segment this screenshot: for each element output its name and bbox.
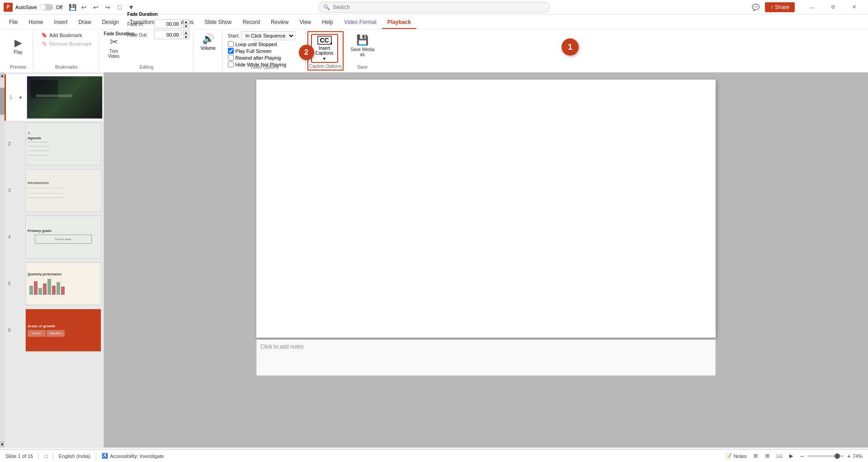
slide-item-2[interactable]: 2 A Agenda ———————— ———————— ———————— ——… <box>5 121 104 167</box>
accessibility-button[interactable]: ♿ Accessibility: Investigate <box>102 453 164 459</box>
zoom-in-button[interactable]: + <box>847 453 851 460</box>
insert-captions-label: InsertCaptions <box>316 46 333 56</box>
slide-show-button[interactable]: □ <box>44 453 47 459</box>
undo-button[interactable]: ↩ <box>79 2 90 13</box>
fade-out-spinner[interactable]: ▲ ▼ <box>183 30 189 39</box>
slide-thumb-4: Primary goals Primary goals <box>25 216 101 259</box>
fade-in-spinner[interactable]: ▲ ▼ <box>183 19 189 28</box>
fade-in-up[interactable]: ▲ <box>183 19 189 24</box>
tab-draw[interactable]: Draw <box>73 16 96 29</box>
zoom-out-button[interactable]: − <box>800 453 804 460</box>
tab-help[interactable]: Help <box>316 16 339 29</box>
search-input[interactable] <box>333 4 545 10</box>
cc-icon: CC + <box>317 36 332 45</box>
slide-sorter-button[interactable]: ⊞ <box>762 451 773 461</box>
undo-arrow-button[interactable]: ↩ <box>90 2 101 13</box>
fade-out-label: Fade Out: <box>127 33 152 38</box>
slideshow-icon: □ <box>44 453 47 459</box>
slide-item-3[interactable]: 3 Introduction ————————————— ———————————… <box>5 167 104 214</box>
slide-number-5: 5 <box>8 281 14 286</box>
fade-in-down[interactable]: ▼ <box>183 24 189 28</box>
notes-label: Notes <box>734 453 747 459</box>
trim-icon: ✂ <box>110 36 118 48</box>
fade-out-down[interactable]: ▼ <box>183 35 189 39</box>
play-fullscreen-checkbox[interactable] <box>228 48 234 54</box>
status-bar: Slide 1 of 15 □ English (India) ♿ Access… <box>0 449 868 462</box>
redo-button[interactable]: ↪ <box>102 2 113 13</box>
volume-button[interactable]: 🔊 Volume <box>199 31 217 52</box>
add-bookmark-button[interactable]: 🔖 Add Bookmark <box>38 31 85 39</box>
slide-canvas[interactable] <box>256 80 716 338</box>
caption-options-group-label: Caption Options <box>308 64 343 69</box>
tab-view[interactable]: View <box>294 16 316 29</box>
notes-button[interactable]: 📝 Notes <box>726 453 747 459</box>
captions-dropdown-arrow: ▼ <box>322 57 326 61</box>
tab-slideshow[interactable]: Slide Show <box>199 16 237 29</box>
slide-panel-scroll-up[interactable]: ▲ <box>0 72 5 79</box>
customize-qat-button[interactable]: ▼ <box>126 2 137 13</box>
reading-view-button[interactable]: 📖 <box>774 451 785 461</box>
restore-button[interactable]: ⧉ <box>823 0 844 14</box>
tab-design[interactable]: Design <box>96 16 124 29</box>
play-icon: ▶ <box>14 37 22 49</box>
start-label: Start: <box>228 33 240 38</box>
fade-out-input[interactable] <box>154 30 181 39</box>
remove-bookmark-button[interactable]: 🔖 Remove Bookmark <box>38 40 94 47</box>
tab-home[interactable]: Home <box>23 16 48 29</box>
slide-panel-scroll-down[interactable]: ▼ <box>0 441 5 448</box>
slide-thumb-6: Areas of growth Savings Acquisitions <box>25 309 101 352</box>
annotation-2: 2 <box>299 45 314 60</box>
play-button[interactable]: ▶ Play <box>7 31 29 60</box>
comments-button[interactable]: 💬 <box>750 2 761 13</box>
video-options-content: Start: In Click Sequence Automatically W… <box>228 31 295 67</box>
normal-view-button[interactable]: ⊞ <box>750 451 761 461</box>
language-indicator: English (India) <box>59 453 90 459</box>
notes-area[interactable]: Click to add notes <box>256 339 716 376</box>
rewind-checkbox[interactable] <box>228 55 234 61</box>
autosave-toggle[interactable] <box>40 4 53 10</box>
trim-video-button[interactable]: ✂ TrimVideo <box>104 33 124 62</box>
slide-thumb-3: Introduction ————————————— —————————————… <box>25 169 101 212</box>
save-group-label: Save <box>345 65 380 70</box>
zoom-handle <box>835 453 840 459</box>
app-logo: P <box>4 3 13 12</box>
slideshow-view-button[interactable]: ▶ <box>786 451 797 461</box>
close-button[interactable]: ✕ <box>844 0 864 14</box>
tab-insert[interactable]: Insert <box>48 16 73 29</box>
slide-thumb-1 <box>27 76 103 119</box>
tab-playback[interactable]: Playback <box>382 16 416 29</box>
ribbon-group-preview: ▶ Play Preview <box>4 31 33 71</box>
save-media-button[interactable]: 💾 Save Media as <box>349 31 376 60</box>
share-button[interactable]: ↑Share <box>765 2 795 12</box>
bookmarks-group-label: Bookmarks <box>35 65 98 70</box>
slide-item-1[interactable]: 1 ★ <box>5 74 104 121</box>
main-layout: ▲ ▼ 1 ★ <box>0 72 868 448</box>
autosave-state: Off <box>56 5 62 10</box>
zoom-level: 74% <box>853 453 863 459</box>
fade-in-input[interactable] <box>154 19 181 28</box>
loop-checkbox[interactable] <box>228 41 234 47</box>
zoom-slider[interactable] <box>807 455 844 457</box>
tab-file[interactable]: File <box>4 16 23 29</box>
slide-item-5[interactable]: 5 Quarterly performance <box>5 260 104 307</box>
fade-out-up[interactable]: ▲ <box>183 30 189 35</box>
slide-number-4: 4 <box>8 235 14 240</box>
accessibility-icon: ♿ <box>102 453 108 459</box>
present-button[interactable]: □ <box>114 2 125 13</box>
minimize-button[interactable]: — <box>802 0 823 14</box>
slide-panel-scroll-thumb[interactable] <box>0 88 5 115</box>
start-select[interactable]: In Click Sequence Automatically When Cli… <box>241 31 295 40</box>
slide-item-4[interactable]: 4 Primary goals Primary goals <box>5 214 104 260</box>
tab-videoformat[interactable]: Video Format <box>339 16 382 29</box>
video-options-group-label: Video Options <box>224 65 305 70</box>
slide-star-1: ★ <box>19 95 23 100</box>
slide-item-6[interactable]: 6 Areas of growth Savings Acquisitions <box>5 307 104 354</box>
tab-record[interactable]: Record <box>237 16 265 29</box>
insert-captions-button[interactable]: CC + InsertCaptions ▼ <box>311 34 338 63</box>
slide-thumb-5: Quarterly performance <box>25 262 101 305</box>
ribbon-group-editing: Fade Duration ✂ TrimVideo Fade Duration … <box>100 31 193 71</box>
preview-group-label: Preview <box>4 65 33 70</box>
tab-review[interactable]: Review <box>265 16 294 29</box>
bookmark-remove-icon: 🔖 <box>41 41 47 47</box>
save-button[interactable]: 💾 <box>67 2 78 13</box>
